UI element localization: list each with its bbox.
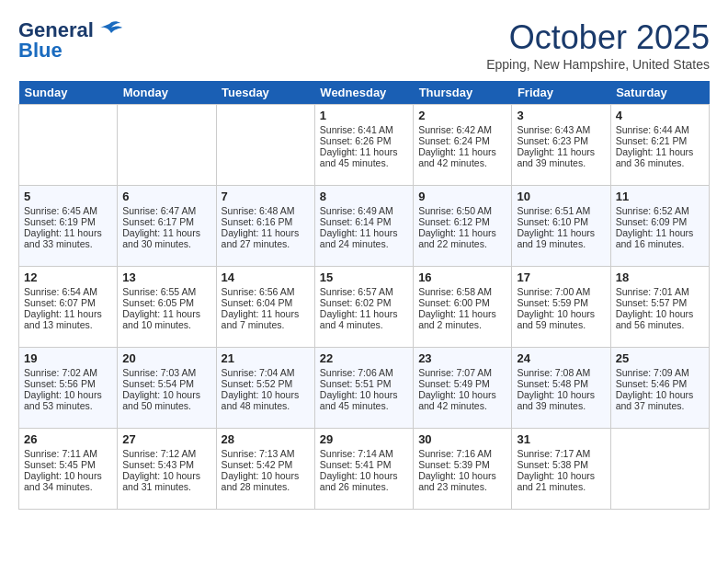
calendar-cell: 5Sunrise: 6:45 AMSunset: 6:19 PMDaylight…: [19, 186, 118, 267]
logo-text-block: General Blue: [18, 18, 122, 63]
sunset-text: Sunset: 6:21 PM: [616, 135, 704, 146]
calendar-cell: [610, 429, 709, 510]
calendar-table: SundayMondayTuesdayWednesdayThursdayFrid…: [18, 81, 710, 510]
day-number: 25: [616, 351, 704, 365]
day-number: 29: [320, 432, 408, 446]
day-number: 14: [222, 270, 310, 284]
day-number: 17: [517, 270, 605, 284]
sunrise-text: Sunrise: 7:11 AM: [24, 448, 112, 459]
calendar-cell: 16Sunrise: 6:58 AMSunset: 6:00 PMDayligh…: [414, 267, 512, 348]
logo-bird-icon: [97, 20, 122, 40]
day-number: 2: [418, 109, 506, 122]
day-number: 5: [24, 190, 112, 203]
day-number: 4: [616, 109, 704, 122]
calendar-cell: 2Sunrise: 6:42 AMSunset: 6:24 PMDaylight…: [414, 105, 512, 186]
daylight-text: Daylight: 10 hours and 26 minutes.: [320, 470, 408, 492]
sunset-text: Sunset: 5:57 PM: [616, 297, 704, 308]
sunrise-text: Sunrise: 6:55 AM: [122, 286, 210, 297]
week-row-2: 5Sunrise: 6:45 AMSunset: 6:19 PMDaylight…: [19, 186, 710, 267]
daylight-text: Daylight: 11 hours and 2 minutes.: [418, 308, 506, 330]
daylight-text: Daylight: 11 hours and 42 minutes.: [418, 146, 506, 168]
day-header-tuesday: Tuesday: [216, 81, 314, 105]
calendar-cell: 1Sunrise: 6:41 AMSunset: 6:26 PMDaylight…: [314, 105, 413, 186]
sunrise-text: Sunrise: 7:06 AM: [320, 367, 408, 378]
daylight-text: Daylight: 10 hours and 50 minutes.: [122, 389, 210, 411]
calendar-cell: 22Sunrise: 7:06 AMSunset: 5:51 PMDayligh…: [314, 348, 413, 429]
daylight-text: Daylight: 11 hours and 33 minutes.: [24, 227, 112, 249]
day-number: 26: [24, 432, 112, 446]
calendar-cell: 4Sunrise: 6:44 AMSunset: 6:21 PMDaylight…: [610, 105, 709, 186]
day-number: 24: [517, 351, 605, 365]
sunset-text: Sunset: 5:49 PM: [418, 378, 506, 389]
daylight-text: Daylight: 11 hours and 30 minutes.: [122, 227, 210, 249]
daylight-text: Daylight: 11 hours and 13 minutes.: [24, 308, 112, 330]
sunrise-text: Sunrise: 7:13 AM: [222, 448, 310, 459]
sunrise-text: Sunrise: 6:50 AM: [418, 205, 506, 216]
sunset-text: Sunset: 5:48 PM: [517, 378, 605, 389]
day-number: 18: [616, 270, 704, 284]
daylight-text: Daylight: 11 hours and 24 minutes.: [320, 227, 408, 249]
day-header-saturday: Saturday: [610, 81, 709, 105]
sunset-text: Sunset: 6:26 PM: [320, 135, 408, 146]
daylight-text: Daylight: 11 hours and 36 minutes.: [616, 146, 704, 168]
day-number: 30: [418, 432, 506, 446]
calendar-cell: 14Sunrise: 6:56 AMSunset: 6:04 PMDayligh…: [216, 267, 314, 348]
sunset-text: Sunset: 6:10 PM: [517, 216, 605, 227]
sunrise-text: Sunrise: 6:42 AM: [418, 124, 506, 135]
location-text: Epping, New Hampshire, United States: [486, 57, 710, 72]
sunrise-text: Sunrise: 7:12 AM: [122, 448, 210, 459]
calendar-cell: 11Sunrise: 6:52 AMSunset: 6:09 PMDayligh…: [610, 186, 709, 267]
sunset-text: Sunset: 5:52 PM: [222, 378, 310, 389]
sunset-text: Sunset: 5:54 PM: [122, 378, 210, 389]
daylight-text: Daylight: 10 hours and 23 minutes.: [418, 470, 506, 492]
calendar-cell: [216, 105, 314, 186]
day-number: 3: [517, 109, 605, 122]
week-row-4: 19Sunrise: 7:02 AMSunset: 5:56 PMDayligh…: [19, 348, 710, 429]
week-row-3: 12Sunrise: 6:54 AMSunset: 6:07 PMDayligh…: [19, 267, 710, 348]
calendar-cell: 15Sunrise: 6:57 AMSunset: 6:02 PMDayligh…: [314, 267, 413, 348]
day-number: 1: [320, 109, 408, 122]
logo-blue: Blue: [18, 39, 63, 63]
sunset-text: Sunset: 5:56 PM: [24, 378, 112, 389]
daylight-text: Daylight: 11 hours and 7 minutes.: [222, 308, 310, 330]
daylight-text: Daylight: 10 hours and 53 minutes.: [24, 389, 112, 411]
day-number: 7: [222, 190, 310, 203]
daylight-text: Daylight: 11 hours and 27 minutes.: [222, 227, 310, 249]
day-number: 12: [24, 270, 112, 284]
calendar-cell: 21Sunrise: 7:04 AMSunset: 5:52 PMDayligh…: [216, 348, 314, 429]
sunset-text: Sunset: 6:19 PM: [24, 216, 112, 227]
calendar-cell: 30Sunrise: 7:16 AMSunset: 5:39 PMDayligh…: [414, 429, 512, 510]
sunset-text: Sunset: 6:05 PM: [122, 297, 210, 308]
week-row-1: 1Sunrise: 6:41 AMSunset: 6:26 PMDaylight…: [19, 105, 710, 186]
sunrise-text: Sunrise: 6:48 AM: [222, 205, 310, 216]
day-number: 10: [517, 190, 605, 203]
day-number: 9: [418, 190, 506, 203]
sunrise-text: Sunrise: 6:58 AM: [418, 286, 506, 297]
daylight-text: Daylight: 10 hours and 45 minutes.: [320, 389, 408, 411]
daylight-text: Daylight: 10 hours and 56 minutes.: [616, 308, 704, 330]
day-header-monday: Monday: [118, 81, 216, 105]
calendar-cell: 26Sunrise: 7:11 AMSunset: 5:45 PMDayligh…: [19, 429, 118, 510]
sunrise-text: Sunrise: 6:47 AM: [122, 205, 210, 216]
days-header-row: SundayMondayTuesdayWednesdayThursdayFrid…: [19, 81, 710, 105]
calendar-cell: 9Sunrise: 6:50 AMSunset: 6:12 PMDaylight…: [414, 186, 512, 267]
sunset-text: Sunset: 5:46 PM: [616, 378, 704, 389]
calendar-cell: 7Sunrise: 6:48 AMSunset: 6:16 PMDaylight…: [216, 186, 314, 267]
day-number: 15: [320, 270, 408, 284]
logo: General Blue: [18, 18, 122, 63]
sunset-text: Sunset: 5:41 PM: [320, 459, 408, 470]
sunrise-text: Sunrise: 7:08 AM: [517, 367, 605, 378]
daylight-text: Daylight: 10 hours and 42 minutes.: [418, 389, 506, 411]
sunrise-text: Sunrise: 6:51 AM: [517, 205, 605, 216]
calendar-cell: 17Sunrise: 7:00 AMSunset: 5:59 PMDayligh…: [512, 267, 610, 348]
day-number: 19: [24, 351, 112, 365]
sunrise-text: Sunrise: 6:56 AM: [222, 286, 310, 297]
sunset-text: Sunset: 6:07 PM: [24, 297, 112, 308]
calendar-cell: 8Sunrise: 6:49 AMSunset: 6:14 PMDaylight…: [314, 186, 413, 267]
sunrise-text: Sunrise: 7:16 AM: [418, 448, 506, 459]
sunrise-text: Sunrise: 6:43 AM: [517, 124, 605, 135]
day-number: 16: [418, 270, 506, 284]
daylight-text: Daylight: 10 hours and 34 minutes.: [24, 470, 112, 492]
daylight-text: Daylight: 10 hours and 37 minutes.: [616, 389, 704, 411]
sunset-text: Sunset: 5:51 PM: [320, 378, 408, 389]
